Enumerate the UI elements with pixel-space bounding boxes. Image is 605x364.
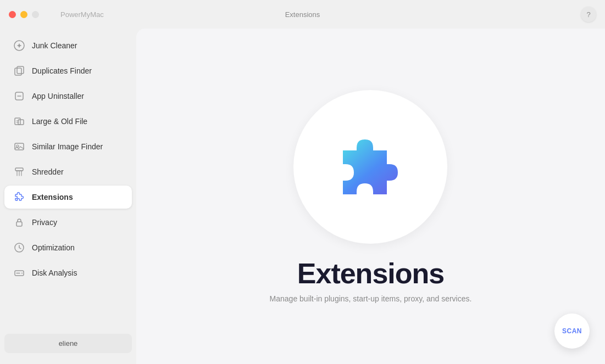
svg-rect-3 bbox=[17, 66, 24, 74]
close-button[interactable] bbox=[9, 11, 16, 18]
help-icon: ? bbox=[586, 10, 590, 19]
sidebar-label-app-uninstaller: App Uninstaller bbox=[32, 92, 84, 100]
svg-point-1 bbox=[18, 44, 20, 47]
sidebar-label-similar-image-finder: Similar Image Finder bbox=[32, 142, 103, 151]
sidebar-item-app-uninstaller[interactable]: App Uninstaller bbox=[4, 85, 132, 108]
sidebar-label-shredder: Shredder bbox=[32, 167, 64, 176]
svg-rect-6 bbox=[18, 120, 24, 125]
content-title: Extensions bbox=[297, 257, 444, 290]
puzzle-svg bbox=[326, 123, 414, 211]
sidebar-label-extensions: Extensions bbox=[32, 193, 73, 201]
svg-rect-5 bbox=[15, 118, 20, 125]
sidebar-footer: eliene bbox=[0, 327, 136, 360]
feature-icon-circle bbox=[293, 90, 447, 244]
optimization-icon bbox=[13, 242, 25, 254]
sidebar-item-similar-image-finder[interactable]: Similar Image Finder bbox=[4, 135, 132, 158]
sidebar-item-privacy[interactable]: Privacy bbox=[4, 211, 132, 234]
sidebar-label-large-old-file: Large & Old File bbox=[32, 117, 87, 126]
scan-button[interactable]: SCAN bbox=[554, 313, 590, 349]
large-old-file-icon bbox=[13, 115, 25, 127]
svg-point-8 bbox=[16, 145, 19, 147]
junk-cleaner-icon bbox=[13, 40, 25, 52]
sidebar-item-junk-cleaner[interactable]: Junk Cleaner bbox=[4, 34, 132, 57]
privacy-icon bbox=[13, 216, 25, 228]
minimize-button[interactable] bbox=[20, 11, 27, 18]
sidebar-item-disk-analysis[interactable]: Disk Analysis bbox=[4, 261, 132, 284]
sidebar-item-optimization[interactable]: Optimization bbox=[4, 236, 132, 259]
content-title-container: Extensions bbox=[297, 257, 444, 290]
sidebar-label-optimization: Optimization bbox=[32, 243, 75, 252]
sidebar-label-junk-cleaner: Junk Cleaner bbox=[32, 41, 77, 50]
sidebar-item-large-old-file[interactable]: Large & Old File bbox=[4, 110, 132, 133]
traffic-lights bbox=[9, 11, 39, 18]
svg-rect-7 bbox=[15, 143, 24, 150]
sidebar: Junk Cleaner Duplicates Finder App Unins… bbox=[0, 29, 136, 364]
sidebar-item-shredder[interactable]: Shredder bbox=[4, 160, 132, 183]
disk-analysis-icon bbox=[13, 267, 25, 279]
svg-point-13 bbox=[21, 273, 23, 274]
shredder-icon bbox=[13, 166, 25, 178]
main-layout: Junk Cleaner Duplicates Finder App Unins… bbox=[0, 29, 605, 364]
app-uninstaller-icon bbox=[13, 90, 25, 102]
sidebar-label-duplicates-finder: Duplicates Finder bbox=[32, 66, 92, 75]
extensions-icon bbox=[13, 191, 25, 203]
maximize-button bbox=[32, 11, 39, 18]
sidebar-label-privacy: Privacy bbox=[32, 218, 57, 227]
help-button[interactable]: ? bbox=[581, 7, 596, 22]
duplicates-finder-icon bbox=[13, 65, 25, 77]
titlebar: PowerMyMac Extensions ? bbox=[0, 0, 605, 29]
svg-rect-2 bbox=[15, 68, 21, 75]
sidebar-item-duplicates-finder[interactable]: Duplicates Finder bbox=[4, 59, 132, 82]
app-name: PowerMyMac bbox=[60, 10, 104, 19]
content-inner: Extensions Manage built-in plugins, star… bbox=[270, 90, 472, 303]
svg-rect-10 bbox=[16, 222, 22, 226]
content-area: Extensions Manage built-in plugins, star… bbox=[136, 29, 605, 364]
content-subtitle: Manage built-in plugins, start-up items,… bbox=[270, 294, 472, 303]
sidebar-label-disk-analysis: Disk Analysis bbox=[32, 268, 77, 277]
page-title: Extensions bbox=[285, 10, 320, 19]
user-button[interactable]: eliene bbox=[4, 334, 132, 353]
similar-image-finder-icon bbox=[13, 141, 25, 153]
sidebar-item-extensions[interactable]: Extensions bbox=[4, 186, 132, 209]
